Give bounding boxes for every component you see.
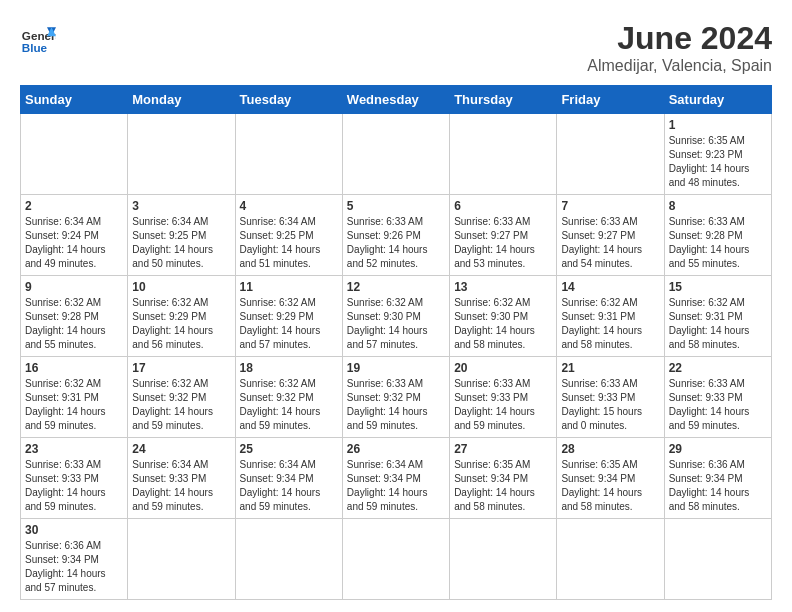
day-number: 21 <box>561 361 659 375</box>
calendar-cell: 20Sunrise: 6:33 AM Sunset: 9:33 PM Dayli… <box>450 357 557 438</box>
day-number: 5 <box>347 199 445 213</box>
day-info: Sunrise: 6:35 AM Sunset: 9:23 PM Dayligh… <box>669 134 767 190</box>
day-number: 17 <box>132 361 230 375</box>
day-info: Sunrise: 6:33 AM Sunset: 9:33 PM Dayligh… <box>25 458 123 514</box>
page-header: General Blue June 2024 Almedijar, Valenc… <box>20 20 772 75</box>
day-info: Sunrise: 6:32 AM Sunset: 9:32 PM Dayligh… <box>132 377 230 433</box>
week-row-3: 9Sunrise: 6:32 AM Sunset: 9:28 PM Daylig… <box>21 276 772 357</box>
day-number: 6 <box>454 199 552 213</box>
calendar-cell: 15Sunrise: 6:32 AM Sunset: 9:31 PM Dayli… <box>664 276 771 357</box>
weekday-header-thursday: Thursday <box>450 86 557 114</box>
day-number: 24 <box>132 442 230 456</box>
calendar-cell: 27Sunrise: 6:35 AM Sunset: 9:34 PM Dayli… <box>450 438 557 519</box>
calendar-cell: 23Sunrise: 6:33 AM Sunset: 9:33 PM Dayli… <box>21 438 128 519</box>
week-row-6: 30Sunrise: 6:36 AM Sunset: 9:34 PM Dayli… <box>21 519 772 600</box>
weekday-header-friday: Friday <box>557 86 664 114</box>
day-info: Sunrise: 6:34 AM Sunset: 9:34 PM Dayligh… <box>240 458 338 514</box>
day-info: Sunrise: 6:34 AM Sunset: 9:34 PM Dayligh… <box>347 458 445 514</box>
day-info: Sunrise: 6:34 AM Sunset: 9:33 PM Dayligh… <box>132 458 230 514</box>
calendar-cell <box>450 519 557 600</box>
logo-icon: General Blue <box>20 20 56 56</box>
day-info: Sunrise: 6:33 AM Sunset: 9:33 PM Dayligh… <box>669 377 767 433</box>
day-info: Sunrise: 6:36 AM Sunset: 9:34 PM Dayligh… <box>669 458 767 514</box>
weekday-header-wednesday: Wednesday <box>342 86 449 114</box>
day-number: 15 <box>669 280 767 294</box>
day-info: Sunrise: 6:32 AM Sunset: 9:32 PM Dayligh… <box>240 377 338 433</box>
location-subtitle: Almedijar, Valencia, Spain <box>587 57 772 75</box>
calendar-cell <box>21 114 128 195</box>
week-row-4: 16Sunrise: 6:32 AM Sunset: 9:31 PM Dayli… <box>21 357 772 438</box>
calendar-cell: 5Sunrise: 6:33 AM Sunset: 9:26 PM Daylig… <box>342 195 449 276</box>
weekday-header-monday: Monday <box>128 86 235 114</box>
day-number: 9 <box>25 280 123 294</box>
day-info: Sunrise: 6:32 AM Sunset: 9:30 PM Dayligh… <box>347 296 445 352</box>
calendar-cell <box>557 114 664 195</box>
calendar-cell: 29Sunrise: 6:36 AM Sunset: 9:34 PM Dayli… <box>664 438 771 519</box>
month-year-title: June 2024 <box>587 20 772 57</box>
day-info: Sunrise: 6:33 AM Sunset: 9:33 PM Dayligh… <box>561 377 659 433</box>
calendar-cell <box>235 519 342 600</box>
title-block: June 2024 Almedijar, Valencia, Spain <box>587 20 772 75</box>
day-number: 2 <box>25 199 123 213</box>
day-info: Sunrise: 6:32 AM Sunset: 9:29 PM Dayligh… <box>240 296 338 352</box>
day-number: 1 <box>669 118 767 132</box>
day-info: Sunrise: 6:34 AM Sunset: 9:24 PM Dayligh… <box>25 215 123 271</box>
calendar-cell: 3Sunrise: 6:34 AM Sunset: 9:25 PM Daylig… <box>128 195 235 276</box>
calendar-cell: 2Sunrise: 6:34 AM Sunset: 9:24 PM Daylig… <box>21 195 128 276</box>
day-number: 26 <box>347 442 445 456</box>
day-number: 30 <box>25 523 123 537</box>
calendar-cell <box>557 519 664 600</box>
calendar-cell <box>342 114 449 195</box>
day-number: 16 <box>25 361 123 375</box>
calendar-cell: 28Sunrise: 6:35 AM Sunset: 9:34 PM Dayli… <box>557 438 664 519</box>
day-number: 27 <box>454 442 552 456</box>
day-number: 23 <box>25 442 123 456</box>
day-number: 3 <box>132 199 230 213</box>
calendar-cell: 25Sunrise: 6:34 AM Sunset: 9:34 PM Dayli… <box>235 438 342 519</box>
calendar-cell <box>342 519 449 600</box>
calendar-cell: 12Sunrise: 6:32 AM Sunset: 9:30 PM Dayli… <box>342 276 449 357</box>
calendar-cell: 9Sunrise: 6:32 AM Sunset: 9:28 PM Daylig… <box>21 276 128 357</box>
calendar-cell: 11Sunrise: 6:32 AM Sunset: 9:29 PM Dayli… <box>235 276 342 357</box>
weekday-header-tuesday: Tuesday <box>235 86 342 114</box>
day-number: 19 <box>347 361 445 375</box>
calendar-cell: 6Sunrise: 6:33 AM Sunset: 9:27 PM Daylig… <box>450 195 557 276</box>
calendar-cell: 22Sunrise: 6:33 AM Sunset: 9:33 PM Dayli… <box>664 357 771 438</box>
calendar-cell: 10Sunrise: 6:32 AM Sunset: 9:29 PM Dayli… <box>128 276 235 357</box>
logo: General Blue <box>20 20 56 56</box>
calendar-cell: 4Sunrise: 6:34 AM Sunset: 9:25 PM Daylig… <box>235 195 342 276</box>
day-info: Sunrise: 6:32 AM Sunset: 9:31 PM Dayligh… <box>669 296 767 352</box>
week-row-5: 23Sunrise: 6:33 AM Sunset: 9:33 PM Dayli… <box>21 438 772 519</box>
calendar-cell: 8Sunrise: 6:33 AM Sunset: 9:28 PM Daylig… <box>664 195 771 276</box>
day-number: 7 <box>561 199 659 213</box>
calendar-cell: 17Sunrise: 6:32 AM Sunset: 9:32 PM Dayli… <box>128 357 235 438</box>
day-number: 25 <box>240 442 338 456</box>
calendar-cell: 30Sunrise: 6:36 AM Sunset: 9:34 PM Dayli… <box>21 519 128 600</box>
calendar-cell: 26Sunrise: 6:34 AM Sunset: 9:34 PM Dayli… <box>342 438 449 519</box>
week-row-1: 1Sunrise: 6:35 AM Sunset: 9:23 PM Daylig… <box>21 114 772 195</box>
calendar-cell: 7Sunrise: 6:33 AM Sunset: 9:27 PM Daylig… <box>557 195 664 276</box>
week-row-2: 2Sunrise: 6:34 AM Sunset: 9:24 PM Daylig… <box>21 195 772 276</box>
day-number: 10 <box>132 280 230 294</box>
day-info: Sunrise: 6:32 AM Sunset: 9:28 PM Dayligh… <box>25 296 123 352</box>
calendar-cell: 14Sunrise: 6:32 AM Sunset: 9:31 PM Dayli… <box>557 276 664 357</box>
calendar-cell: 13Sunrise: 6:32 AM Sunset: 9:30 PM Dayli… <box>450 276 557 357</box>
day-info: Sunrise: 6:35 AM Sunset: 9:34 PM Dayligh… <box>561 458 659 514</box>
svg-text:Blue: Blue <box>22 41 48 54</box>
day-number: 20 <box>454 361 552 375</box>
day-info: Sunrise: 6:33 AM Sunset: 9:33 PM Dayligh… <box>454 377 552 433</box>
day-info: Sunrise: 6:32 AM Sunset: 9:30 PM Dayligh… <box>454 296 552 352</box>
day-info: Sunrise: 6:33 AM Sunset: 9:27 PM Dayligh… <box>454 215 552 271</box>
day-info: Sunrise: 6:32 AM Sunset: 9:31 PM Dayligh… <box>561 296 659 352</box>
calendar-cell: 1Sunrise: 6:35 AM Sunset: 9:23 PM Daylig… <box>664 114 771 195</box>
calendar-cell <box>450 114 557 195</box>
weekday-header-row: SundayMondayTuesdayWednesdayThursdayFrid… <box>21 86 772 114</box>
day-number: 18 <box>240 361 338 375</box>
day-info: Sunrise: 6:32 AM Sunset: 9:29 PM Dayligh… <box>132 296 230 352</box>
day-number: 29 <box>669 442 767 456</box>
weekday-header-sunday: Sunday <box>21 86 128 114</box>
calendar-cell <box>235 114 342 195</box>
calendar-cell: 18Sunrise: 6:32 AM Sunset: 9:32 PM Dayli… <box>235 357 342 438</box>
calendar-cell <box>128 114 235 195</box>
day-number: 12 <box>347 280 445 294</box>
